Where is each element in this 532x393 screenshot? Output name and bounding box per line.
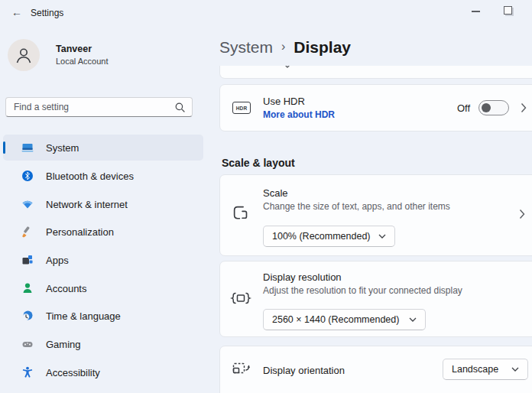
search-icon	[175, 102, 185, 112]
bluetooth-icon	[21, 170, 34, 182]
clipped-card-above	[219, 66, 532, 79]
toggle-knob	[482, 103, 491, 112]
sidebar-item-label: Time & language	[46, 310, 121, 322]
network-icon	[21, 198, 34, 210]
chevron-down-icon	[378, 234, 386, 239]
sidebar-item-network[interactable]: Network & internet	[3, 191, 203, 217]
title-bar: ← Settings	[0, 0, 532, 24]
sidebar-item-gaming[interactable]: Gaming	[3, 331, 203, 357]
orientation-icon	[232, 360, 251, 378]
display-resolution-dropdown-value: 2560 × 1440 (Recommended)	[272, 314, 399, 325]
scale-title: Scale	[263, 187, 288, 199]
sidebar-item-personalization[interactable]: Personalization	[3, 219, 203, 245]
system-icon	[21, 141, 34, 154]
minimize-icon[interactable]	[472, 11, 480, 12]
breadcrumb-parent[interactable]: System	[219, 38, 273, 57]
user-account-type: Local Account	[56, 57, 109, 66]
display-resolution-dropdown[interactable]: 2560 × 1440 (Recommended)	[263, 309, 426, 330]
apps-icon	[21, 254, 34, 266]
sidebar-item-label: Accessibility	[46, 367, 100, 378]
chevron-down-icon	[511, 367, 519, 372]
chevron-right-icon	[519, 209, 525, 219]
display-resolution-subtitle: Adjust the resolution to fit your connec…	[263, 285, 462, 296]
use-hdr-card[interactable]: HDR Use HDR More about HDR Off	[219, 84, 532, 132]
sidebar-item-label: System	[46, 142, 79, 154]
sidebar-item-time-language[interactable]: Time & language	[3, 303, 203, 329]
sidebar-item-accessibility[interactable]: Accessibility	[3, 359, 203, 385]
sidebar-item-label: Network & internet	[46, 199, 128, 210]
selected-accent-bar	[3, 141, 5, 154]
search-box[interactable]	[5, 97, 193, 117]
display-orientation-title: Display orientation	[263, 365, 345, 376]
hdr-toggle-state-label: Off	[457, 102, 470, 114]
scale-dropdown-value: 100% (Recommended)	[272, 231, 371, 242]
search-input[interactable]	[6, 98, 167, 116]
display-resolution-title: Display resolution	[263, 271, 342, 283]
scale-subtitle: Change the size of text, apps, and other…	[263, 201, 450, 212]
breadcrumb-separator-icon: ›	[281, 40, 285, 55]
sidebar-item-accounts[interactable]: Accounts	[3, 275, 203, 301]
person-icon	[14, 45, 34, 65]
chevron-right-icon	[521, 102, 527, 113]
sidebar-item-apps[interactable]: Apps	[3, 247, 203, 273]
back-button[interactable]: ←	[9, 5, 24, 19]
hdr-icon: HDR	[232, 102, 251, 114]
sidebar-item-label: Apps	[46, 255, 69, 266]
scale-dropdown[interactable]: 100% (Recommended)	[263, 226, 395, 247]
user-name: Tanveer	[56, 44, 92, 54]
avatar[interactable]	[8, 39, 40, 71]
sidebar-item-label: Accounts	[46, 283, 86, 294]
accessibility-icon	[21, 366, 34, 378]
display-orientation-dropdown-value: Landscape	[452, 364, 498, 375]
resolution-icon	[230, 289, 251, 307]
use-hdr-title: Use HDR	[263, 96, 335, 107]
gaming-icon	[21, 338, 34, 350]
page-title: Display	[294, 38, 351, 57]
scale-card[interactable]: Scale Change the size of text, apps, and…	[219, 174, 532, 256]
more-about-hdr-link[interactable]: More about HDR	[263, 109, 335, 120]
personalization-icon	[21, 226, 34, 238]
chevron-down-icon	[409, 317, 417, 322]
sidebar-item-label: Gaming	[46, 339, 81, 350]
display-orientation-card[interactable]: Display orientation Landscape	[219, 346, 532, 393]
sidebar-item-label: Bluetooth & devices	[46, 171, 134, 182]
scale-icon	[232, 204, 251, 223]
window-title: Settings	[31, 8, 63, 18]
maximize-icon[interactable]	[504, 6, 512, 15]
section-header-scale-layout: Scale & layout	[222, 157, 295, 169]
sidebar-item-label: Personalization	[46, 226, 114, 238]
display-orientation-dropdown[interactable]: Landscape	[443, 359, 528, 380]
chevron-down-icon	[283, 66, 292, 69]
time-language-icon	[21, 310, 34, 322]
sidebar-item-bluetooth[interactable]: Bluetooth & devices	[3, 163, 203, 189]
accounts-icon	[21, 282, 34, 294]
hdr-toggle[interactable]	[478, 100, 509, 115]
sidebar-item-system[interactable]: System	[3, 135, 203, 161]
display-resolution-card[interactable]: Display resolution Adjust the resolution…	[219, 261, 532, 337]
breadcrumb: System › Display	[219, 35, 351, 60]
